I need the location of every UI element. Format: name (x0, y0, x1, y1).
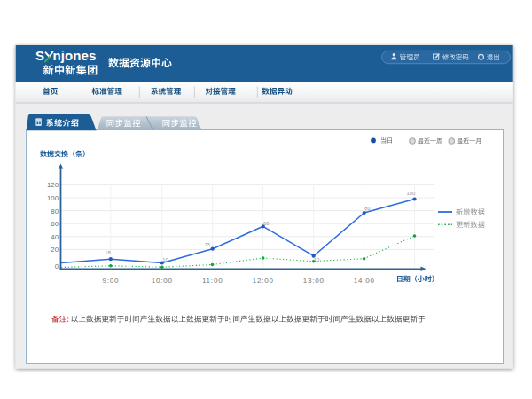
svg-text:80: 80 (51, 207, 59, 215)
svg-text:100: 100 (47, 194, 59, 202)
svg-text:20: 20 (51, 246, 59, 254)
svg-text:njones: njones (53, 48, 97, 63)
svg-text:18: 18 (105, 250, 110, 255)
svg-text:80: 80 (364, 206, 370, 211)
svg-text:S: S (35, 48, 44, 63)
svg-text:11:00: 11:00 (202, 277, 223, 285)
svg-text:120: 120 (47, 181, 59, 189)
svg-text:9:00: 9:00 (102, 277, 119, 285)
svg-text:60: 60 (51, 220, 59, 228)
svg-text:40: 40 (51, 233, 59, 241)
svg-text:12:00: 12:00 (253, 277, 274, 285)
svg-text:0: 0 (55, 262, 59, 270)
svg-text:60: 60 (263, 221, 269, 226)
svg-text:14:00: 14:00 (354, 277, 375, 285)
svg-text:35: 35 (205, 242, 210, 247)
svg-text:100: 100 (406, 191, 415, 196)
svg-text:10: 10 (162, 257, 168, 262)
svg-text:10:00: 10:00 (152, 277, 173, 285)
svg-text:13:00: 13:00 (303, 277, 325, 285)
